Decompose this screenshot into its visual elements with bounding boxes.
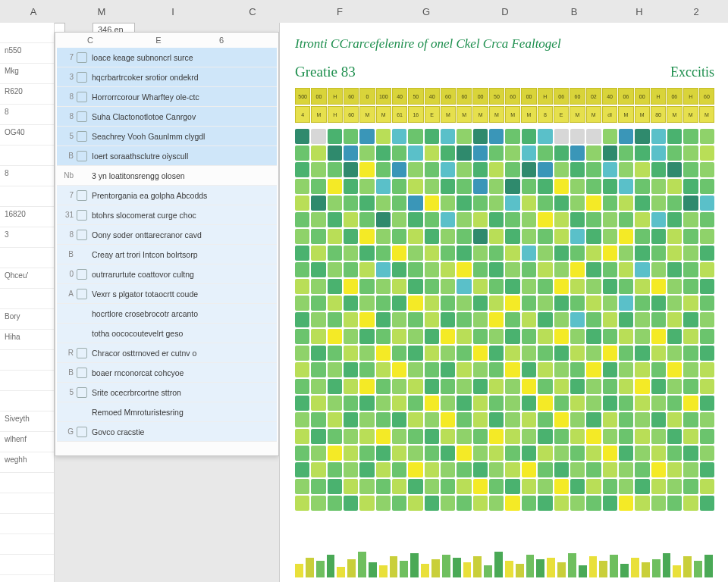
sheet-cell[interactable]: Qhceu' (0, 268, 54, 289)
heatmap-cell (505, 396, 519, 411)
list-item[interactable]: Bboaer rnconorcat cohcyoe (57, 363, 277, 383)
sheet-cell[interactable] (0, 555, 54, 575)
list-item-label: Chracor osttrnoved er cutnv o (92, 349, 274, 358)
heatmap-cell (441, 462, 455, 477)
checkbox-icon[interactable] (77, 387, 87, 398)
checkbox-icon[interactable] (77, 111, 87, 122)
column-header[interactable]: I (136, 5, 209, 19)
column-header[interactable]: G (384, 5, 469, 19)
bar (536, 559, 544, 577)
sheet-cell[interactable]: n550 (0, 43, 54, 64)
heatmap-cell (457, 462, 471, 477)
sheet-cell[interactable]: weghh (0, 452, 54, 473)
checkbox-icon[interactable] (77, 230, 87, 240)
checkbox-icon[interactable] (77, 151, 87, 161)
column-header[interactable]: F (296, 5, 384, 19)
sheet-cell[interactable]: Mkg (0, 64, 54, 84)
heatmap-cell (683, 262, 698, 277)
column-header[interactable]: D (469, 5, 541, 19)
row-number: G (60, 427, 74, 436)
checkbox-icon[interactable] (77, 131, 87, 142)
sheet-cell[interactable] (0, 493, 54, 514)
list-item[interactable]: 31btohrs slocomerat curge choc (57, 205, 277, 225)
list-item[interactable]: AVexrr s plgator totaocrtt coude (57, 284, 277, 304)
heatmap-cell (538, 129, 552, 144)
list-item[interactable]: BIoert soraathsclutre oiyscull (57, 146, 277, 166)
sheet-cell[interactable]: 8 (0, 105, 54, 125)
sheet-cell[interactable]: 8 (0, 166, 54, 186)
column-header[interactable]: H (607, 5, 672, 19)
sheet-cell[interactable] (0, 289, 54, 309)
heatmap-cell (683, 229, 698, 244)
heatmap-cell (651, 479, 666, 494)
checkbox-icon[interactable] (77, 427, 87, 437)
list-item[interactable]: 3hqcrbartrcoker srotior ondekrd (57, 67, 277, 87)
sheet-cell[interactable]: Bory (0, 309, 54, 330)
checkbox-icon[interactable] (77, 92, 87, 102)
list-item[interactable]: RChracor osttrnoved er cutnv o (57, 343, 277, 363)
list-item[interactable]: BCreay art trori Intcon bolrtsorp (57, 245, 277, 264)
ruler-tick: H (328, 88, 343, 105)
sheet-cell[interactable]: Siveyth (0, 411, 54, 432)
column-header[interactable]: 2 (672, 5, 720, 19)
list-item[interactable]: totha oococoutevelrt geso (57, 324, 277, 343)
ruler-tick: 60 (344, 88, 359, 105)
sheet-cell[interactable] (0, 371, 54, 391)
list-item[interactable]: 5Seachrey Vooh Gaunlmm clygdl (57, 127, 277, 146)
sheet-cell[interactable] (0, 514, 54, 534)
column-header[interactable]: B (541, 5, 607, 19)
bar (327, 555, 335, 577)
heatmap-cell (538, 162, 552, 177)
checkbox-icon[interactable] (77, 190, 87, 201)
sheet-cell[interactable]: R620 (0, 84, 54, 105)
bar (579, 565, 587, 577)
heatmap-cell (344, 312, 358, 327)
heatmap-cell (667, 346, 682, 361)
sheet-cell[interactable] (0, 534, 54, 555)
panel-col-header[interactable]: E (122, 36, 195, 45)
heatmap-cell (538, 279, 552, 294)
panel-col-header[interactable]: C (58, 36, 122, 45)
sheet-cell[interactable] (0, 186, 54, 207)
sheet-cell[interactable] (0, 391, 54, 411)
list-item[interactable]: 8Oony soder onttarecranor cavd (57, 225, 277, 245)
sheet-cell[interactable] (0, 473, 54, 493)
list-item-label: Seachrey Vooh Gaunlmm clygdl (92, 132, 274, 141)
checkbox-icon[interactable] (77, 368, 87, 378)
sheet-cell[interactable]: OG40 (0, 125, 54, 146)
list-item[interactable]: GGovco cracstie (57, 422, 277, 442)
sheet-cell[interactable] (0, 248, 54, 268)
list-item[interactable]: 5Srite ocecrbrcortne sttron (57, 383, 277, 402)
checkbox-icon[interactable] (77, 210, 87, 221)
heatmap-cell (554, 179, 569, 194)
ruler-tick: M (376, 106, 391, 123)
sheet-cell[interactable]: 3 (0, 227, 54, 248)
ruler-tick: 06 (554, 88, 569, 105)
list-item[interactable]: 8Suha Clactonotlotoe Canrgov (57, 107, 277, 127)
checkbox-icon[interactable] (77, 52, 87, 63)
left-sheet: n550MkgR6208OG408168203Qhceu'BoryHihaSiv… (0, 23, 55, 582)
list-item[interactable]: Remoed Mmroturistesring (57, 402, 277, 422)
sheet-cell[interactable] (0, 23, 54, 43)
list-item[interactable]: Nb3 yn loatitonsrengg olosen (57, 166, 277, 186)
heatmap-cell (554, 229, 569, 244)
checkbox-icon[interactable] (77, 289, 87, 299)
column-header[interactable]: M (67, 5, 136, 19)
panel-col-header[interactable]: 6 (195, 36, 248, 45)
column-header[interactable]: C (209, 5, 296, 19)
sheet-cell[interactable] (0, 146, 54, 166)
checkbox-icon[interactable] (77, 269, 87, 280)
sheet-cell[interactable]: Hiha (0, 330, 54, 350)
sheet-cell[interactable] (0, 350, 54, 371)
list-item[interactable]: 7loace keage subnoncrl surce (57, 48, 277, 67)
checkbox-icon[interactable] (77, 72, 87, 83)
list-item[interactable]: 8Horrorrcorour Wharftey ole-ctc (57, 87, 277, 107)
checkbox-icon[interactable] (77, 348, 87, 358)
column-header[interactable]: A (0, 5, 67, 19)
sheet-cell[interactable]: 16820 (0, 207, 54, 227)
list-item[interactable]: 7Prentorgania ea golpha Abcodds (57, 186, 277, 205)
list-item[interactable]: hocrtlore crosebrocotr arcanto (57, 304, 277, 324)
list-item[interactable]: 0outrrarurtute coattovor cultng (57, 264, 277, 284)
heatmap-cell (489, 479, 504, 494)
sheet-cell[interactable]: wlhenf (0, 432, 54, 452)
